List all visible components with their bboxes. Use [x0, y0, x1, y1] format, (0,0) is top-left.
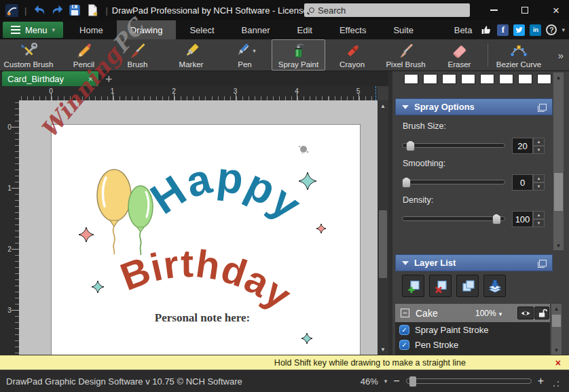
tab-home[interactable]: Home	[66, 20, 117, 39]
scroll-up-icon[interactable]: ▲	[553, 73, 564, 82]
layer-item-spray-paint-stroke[interactable]: ✓ Spray Paint Stroke	[395, 322, 550, 337]
layer-lock-button[interactable]	[534, 307, 549, 319]
brush-size-slider[interactable]	[402, 143, 505, 148]
scrollbar-thumb[interactable]	[554, 173, 563, 211]
twitter-icon[interactable]	[513, 24, 525, 36]
tab-select[interactable]: Select	[176, 20, 227, 39]
tool-eraser[interactable]: Eraser	[433, 39, 486, 71]
brush-size-value[interactable]: 20	[512, 138, 533, 154]
layer-group-cake[interactable]: − Cake 100%▾	[395, 304, 550, 322]
scroll-up-icon[interactable]: ▲	[551, 304, 562, 313]
checkbox-checked-icon[interactable]: ✓	[399, 340, 409, 350]
add-layer-button[interactable]	[402, 275, 424, 297]
tool-pixel-brush[interactable]: Pixel Brush	[379, 39, 433, 71]
layer-item-pen-stroke[interactable]: ✓ Pen Stroke	[395, 337, 550, 352]
merge-layer-button[interactable]	[483, 275, 506, 297]
popout-panel-icon[interactable]	[539, 104, 547, 111]
tool-spray-paint[interactable]: Spray Paint	[272, 39, 325, 71]
maximize-button[interactable]	[517, 3, 532, 18]
spin-down-icon[interactable]: ▼	[533, 182, 545, 191]
layer-opacity-dropdown[interactable]: 100%▾	[475, 309, 502, 318]
tab-suite[interactable]: Suite	[380, 20, 427, 39]
layer-visibility-button[interactable]	[517, 307, 534, 319]
color-swatch[interactable]	[480, 74, 494, 84]
canvas-viewport[interactable]: Happy Birthday Personal note here:	[19, 100, 378, 355]
tab-effects[interactable]: Effects	[326, 20, 380, 39]
canvas-vertical-scrollbar[interactable]: ▲ ▼	[378, 100, 388, 355]
popout-panel-icon[interactable]	[539, 260, 547, 267]
duplicate-layer-button[interactable]	[456, 275, 479, 297]
zoom-slider-thumb[interactable]	[409, 376, 416, 387]
new-tab-button[interactable]: +	[98, 73, 120, 86]
help-icon[interactable]: ?	[546, 24, 557, 35]
tab-close-icon[interactable]: ×	[88, 74, 93, 84]
spin-up-icon[interactable]: ▲	[533, 138, 545, 146]
birthday-card-canvas[interactable]: Happy Birthday Personal note here:	[51, 124, 361, 355]
tab-edit[interactable]: Edit	[284, 20, 326, 39]
checkbox-checked-icon[interactable]: ✓	[399, 325, 409, 335]
scroll-up-icon[interactable]: ▲	[378, 100, 388, 111]
minimize-button[interactable]	[486, 3, 501, 18]
new-document-icon[interactable]	[85, 3, 100, 18]
scrollbar-thumb[interactable]	[552, 315, 561, 327]
linkedin-icon[interactable]: in	[530, 24, 541, 36]
tool-pen[interactable]: ▾ Pen	[218, 39, 272, 71]
facebook-icon[interactable]: f	[497, 24, 509, 36]
color-swatch[interactable]	[537, 74, 551, 84]
slider-thumb[interactable]	[402, 177, 411, 188]
close-button[interactable]: ×	[549, 3, 564, 18]
zoom-out-button[interactable]: −	[393, 375, 399, 387]
zoom-level[interactable]: 46%	[361, 376, 378, 387]
layer-list-header[interactable]: Layer List	[395, 254, 553, 271]
zoom-chevron-down-icon[interactable]: ▾	[384, 378, 388, 385]
tool-marker[interactable]: Marker	[164, 39, 218, 71]
scroll-down-icon[interactable]: ▼	[551, 345, 562, 355]
panel-scrollbar[interactable]: ▲ ▼	[553, 73, 564, 250]
color-swatch[interactable]	[499, 74, 513, 84]
zoom-in-button[interactable]: +	[538, 375, 544, 387]
slider-thumb[interactable]	[406, 140, 415, 151]
menu-button[interactable]: Menu ▾	[3, 22, 63, 38]
document-tab[interactable]: Card_Birthday ×	[2, 71, 98, 86]
layer-list-scrollbar[interactable]: ▲ ▼	[551, 304, 562, 355]
scroll-down-icon[interactable]: ▼	[553, 241, 564, 250]
spray-options-header[interactable]: Spray Options	[395, 98, 553, 115]
toolbar-overflow-button[interactable]: »	[553, 39, 569, 71]
color-swatch[interactable]	[461, 74, 475, 84]
notification-close-icon[interactable]: ×	[555, 357, 561, 368]
smoothing-value[interactable]: 0	[512, 174, 533, 191]
brush-size-spinner[interactable]: ▲▼	[533, 138, 545, 154]
color-swatch[interactable]	[404, 74, 418, 84]
delete-layer-button[interactable]	[429, 275, 452, 297]
scrollbar-thumb[interactable]	[379, 210, 387, 278]
spin-up-icon[interactable]: ▲	[533, 174, 545, 182]
density-spinner[interactable]: ▲▼	[533, 211, 545, 227]
collapse-layer-icon[interactable]: −	[401, 309, 409, 317]
tool-pencil[interactable]: Pencil	[57, 39, 111, 71]
undo-icon[interactable]	[32, 3, 47, 18]
tab-drawing[interactable]: Drawing	[117, 20, 177, 39]
scroll-down-icon[interactable]: ▼	[378, 344, 388, 355]
tool-custom-brush[interactable]: Custom Brush	[0, 39, 57, 71]
save-icon[interactable]	[67, 3, 82, 18]
tool-bezier-curve[interactable]: Bezier Curve	[490, 39, 548, 71]
search-input[interactable]: Search	[304, 3, 470, 17]
pen-chevron-down-icon[interactable]: ▾	[253, 47, 256, 54]
resize-grip[interactable]	[553, 380, 559, 387]
help-chevron-down-icon[interactable]: ▾	[562, 26, 565, 33]
redo-icon[interactable]	[50, 3, 65, 18]
spin-up-icon[interactable]: ▲	[533, 211, 545, 219]
spin-down-icon[interactable]: ▼	[533, 219, 545, 227]
smoothing-spinner[interactable]: ▲▼	[533, 174, 545, 191]
tab-banner[interactable]: Banner	[228, 20, 284, 39]
slider-thumb[interactable]	[492, 214, 501, 224]
color-swatch[interactable]	[518, 74, 532, 84]
density-value[interactable]: 100	[512, 211, 533, 227]
zoom-slider[interactable]	[406, 378, 532, 384]
color-swatch[interactable]	[423, 74, 437, 84]
smoothing-slider[interactable]	[402, 180, 505, 184]
tool-crayon[interactable]: Crayon	[325, 39, 379, 71]
density-slider[interactable]	[402, 216, 505, 221]
like-icon[interactable]	[481, 23, 492, 37]
tool-brush[interactable]: Brush	[111, 39, 164, 71]
